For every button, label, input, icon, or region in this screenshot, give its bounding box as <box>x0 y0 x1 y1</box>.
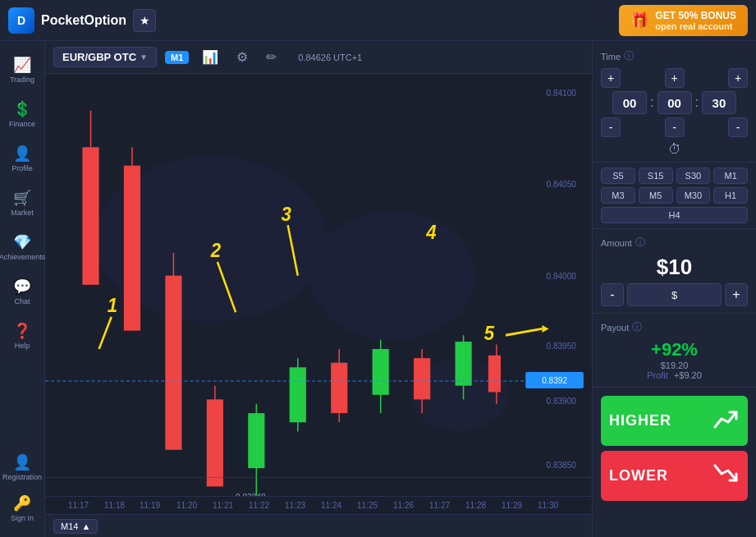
settings-icon[interactable]: ⚙ <box>231 46 253 68</box>
pencil-icon[interactable]: ✏ <box>261 46 282 68</box>
time-colon-2: : <box>695 95 699 110</box>
sidebar-item-help[interactable]: ❓ Help <box>2 315 42 356</box>
hours-plus-button[interactable]: + <box>601 68 621 88</box>
sidebar-item-signin[interactable]: 🔑 Sign In <box>2 488 42 529</box>
payout-percent: +92% <box>601 339 748 360</box>
favorite-button[interactable]: ★ <box>133 9 156 32</box>
amount-section: Amount ⓘ $10 - $ + <box>593 229 756 314</box>
svg-text:2: 2 <box>210 239 221 261</box>
gift-icon: 🎁 <box>630 11 648 30</box>
svg-rect-24 <box>331 363 347 413</box>
seconds-field[interactable] <box>702 91 736 114</box>
price-info: 0.84626 UTC+1 <box>298 53 362 62</box>
achievements-icon: 💎 <box>13 233 31 251</box>
svg-text:3: 3 <box>282 203 291 225</box>
chart-toolbar: EUR/GBP OTC ▼ M1 📊 ⚙ ✏ 0.84626 UTC+1 <box>45 41 592 74</box>
sidebar-item-trading[interactable]: 📈 Trading <box>2 49 42 90</box>
higher-label: HIGHER <box>609 412 671 429</box>
time-label-1126: 11:26 <box>393 501 414 510</box>
right-panel: Time ⓘ + + + : : - - - <box>592 41 756 537</box>
dropdown-arrow-icon: ▲ <box>81 521 90 531</box>
amount-display: $10 <box>601 255 748 280</box>
sidebar-label-signin: Sign In <box>11 514 34 522</box>
sidebar-label-profile: Profile <box>11 164 33 172</box>
svg-point-9 <box>310 212 476 340</box>
time-label-1124: 11:24 <box>321 501 341 510</box>
higher-button[interactable]: HIGHER <box>601 396 748 446</box>
hours-minus-button[interactable]: - <box>601 117 621 137</box>
timeframe-select[interactable]: M14 ▲ <box>53 519 98 534</box>
signin-icon: 🔑 <box>13 494 31 512</box>
svg-text:1: 1 <box>108 294 117 316</box>
timeframe-badge[interactable]: M1 <box>165 51 189 64</box>
sidebar: 📈 Trading 💲 Finance 👤 Profile 🛒 Market 💎… <box>0 41 45 537</box>
lower-button[interactable]: LOWER <box>601 451 748 501</box>
svg-text:5: 5 <box>484 322 495 344</box>
clock-icon: ⏱ <box>668 142 681 156</box>
svg-rect-26 <box>373 349 389 395</box>
topbar: D PocketOption ★ 🎁 GET 50% BONUS open re… <box>0 0 756 41</box>
amount-controls: - $ + <box>601 283 748 306</box>
sidebar-item-chat[interactable]: 💬 Chat <box>2 271 42 312</box>
sidebar-item-achievements[interactable]: 💎 Achievements <box>2 227 42 268</box>
currency-selector[interactable]: $ <box>627 283 722 306</box>
svg-text:0.84000: 0.84000 <box>547 271 577 282</box>
time-label-1125: 11:25 <box>357 501 378 510</box>
svg-rect-20 <box>248 413 264 468</box>
sidebar-label-chat: Chat <box>14 297 30 305</box>
preset-s5[interactable]: S5 <box>601 168 635 184</box>
dropdown-icon: ▼ <box>140 53 148 62</box>
preset-s15[interactable]: S15 <box>639 168 673 184</box>
clock-reset-button[interactable]: ⏱ <box>601 142 748 157</box>
bar-chart-icon[interactable]: 📊 <box>197 46 223 68</box>
pair-selector[interactable]: EUR/GBP OTC ▼ <box>53 47 157 67</box>
sidebar-item-profile[interactable]: 👤 Profile <box>2 138 42 179</box>
time-colon-1: : <box>650 95 653 110</box>
sidebar-item-market[interactable]: 🛒 Market <box>2 182 42 223</box>
minutes-minus-button[interactable]: - <box>665 117 685 137</box>
minutes-field[interactable] <box>657 91 692 114</box>
minutes-plus-button[interactable]: + <box>665 68 685 88</box>
preset-s30[interactable]: S30 <box>676 168 711 184</box>
amount-plus-button[interactable]: + <box>725 283 748 306</box>
chart-area: EUR/GBP OTC ▼ M1 📊 ⚙ ✏ 0.84626 UTC+1 <box>45 41 592 537</box>
svg-rect-16 <box>165 276 181 450</box>
time-label-1120: 11:20 <box>176 501 197 510</box>
sidebar-item-registration[interactable]: 👤 Registration <box>2 447 42 488</box>
seconds-minus-button[interactable]: - <box>728 117 748 137</box>
chart-canvas[interactable]: 0.84100 0.84050 0.84000 0.83950 0.83900 … <box>45 74 592 514</box>
sidebar-label-trading: Trading <box>10 76 34 84</box>
time-plus-row: + + + <box>601 68 748 88</box>
preset-m1[interactable]: M1 <box>713 168 748 184</box>
svg-text:0.84100: 0.84100 <box>547 87 577 98</box>
help-icon: ❓ <box>13 322 31 340</box>
preset-m30[interactable]: M30 <box>676 187 711 204</box>
preset-h1[interactable]: H1 <box>713 187 748 204</box>
action-buttons: HIGHER LOWER <box>593 388 756 509</box>
amount-minus-button[interactable]: - <box>601 283 624 306</box>
registration-icon: 👤 <box>13 453 31 471</box>
time-label-1127: 11:27 <box>429 501 450 510</box>
preset-h4[interactable]: H4 <box>601 207 748 223</box>
svg-rect-32 <box>488 356 501 392</box>
preset-m5[interactable]: M5 <box>639 187 673 204</box>
time-section: Time ⓘ + + + : : - - - <box>593 41 756 163</box>
lower-label: LOWER <box>609 467 668 484</box>
main-layout: 📈 Trading 💲 Finance 👤 Profile 🛒 Market 💎… <box>0 41 756 537</box>
time-label-1123: 11:23 <box>285 501 305 510</box>
payout-profit-value: +$9.20 <box>674 370 702 380</box>
time-minus-row: - - - <box>601 117 748 137</box>
preset-m3[interactable]: M3 <box>601 187 635 204</box>
time-label-1130: 11:30 <box>538 501 558 510</box>
svg-rect-14 <box>124 166 140 331</box>
svg-text:0.83850: 0.83850 <box>547 460 577 470</box>
bonus-button[interactable]: 🎁 GET 50% BONUS open real account <box>619 5 748 36</box>
seconds-plus-button[interactable]: + <box>728 68 748 88</box>
time-label-1117: 11:17 <box>68 501 89 510</box>
logo-area: D PocketOption ★ <box>8 7 156 34</box>
sidebar-item-finance[interactable]: 💲 Finance <box>2 94 42 135</box>
hours-field[interactable] <box>612 91 647 114</box>
amount-section-label: Amount ⓘ <box>601 236 748 250</box>
time-presets: S5 S15 S30 M1 M3 M5 M30 H1 H4 <box>593 163 756 229</box>
time-info-icon: ⓘ <box>624 49 634 63</box>
